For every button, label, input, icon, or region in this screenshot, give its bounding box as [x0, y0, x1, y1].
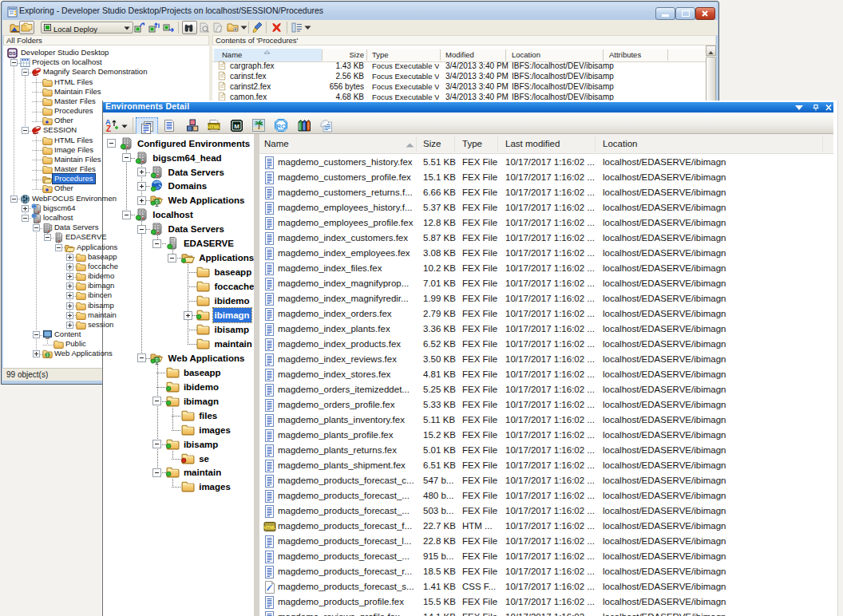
svg-text:Z: Z	[106, 124, 111, 132]
svg-text:HTML: HTML	[208, 124, 220, 129]
svg-text:M: M	[234, 123, 239, 130]
svg-text:RC: RC	[276, 122, 286, 129]
